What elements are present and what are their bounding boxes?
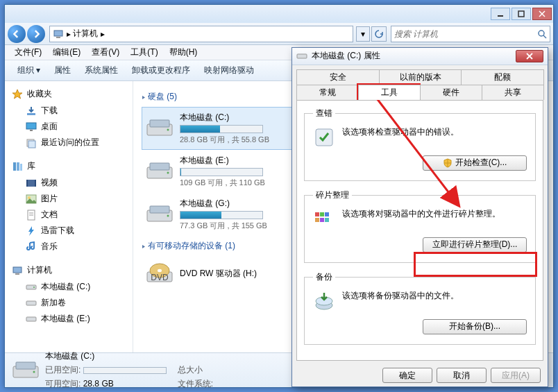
search-input[interactable] [394, 29, 537, 39]
document-icon [26, 210, 37, 221]
nav-back-button[interactable] [8, 25, 26, 43]
sidebar-item-desktop[interactable]: 桌面 [5, 119, 133, 135]
status-title: 本地磁盘 (C:) [45, 350, 213, 362]
svg-point-35 [167, 172, 169, 174]
svg-point-38 [167, 215, 169, 217]
star-icon [12, 89, 23, 100]
start-check-button[interactable]: 开始检查(C)... [423, 155, 527, 171]
section-check: 查错 该选项将检查驱动器中的错误。 开始检查(C)... [304, 108, 536, 181]
drive-free: 28.8 GB 可用 , 共 55.8 GB [180, 135, 269, 145]
backup-icon [313, 290, 335, 312]
menu-tools[interactable]: 工具(T) [125, 45, 163, 60]
sidebar-item-drive-new[interactable]: 新加卷 [5, 295, 133, 311]
picture-icon [26, 194, 37, 205]
computer-icon [53, 28, 64, 40]
drive-icon [146, 160, 174, 182]
drive-free: 77.3 GB 可用 , 共 155 GB [180, 221, 267, 231]
toolbar-organize[interactable]: 组织 ▾ [10, 62, 47, 79]
recent-icon [26, 137, 37, 148]
menu-view[interactable]: 查看(V) [86, 45, 125, 60]
svg-rect-1 [518, 11, 524, 17]
start-backup-button[interactable]: 开始备份(B)... [423, 319, 527, 334]
tab-sharing[interactable]: 共享 [482, 85, 544, 100]
search-box[interactable] [391, 26, 550, 42]
svg-rect-37 [150, 206, 169, 213]
tab-tools[interactable]: 工具 [358, 85, 421, 100]
toolbar-properties[interactable]: 属性 [47, 62, 78, 79]
drive-icon [26, 282, 37, 293]
sidebar-item-drive-c[interactable]: 本地磁盘 (C:) [5, 279, 133, 295]
ok-button[interactable]: 确定 [382, 368, 432, 383]
svg-rect-18 [35, 180, 36, 187]
sidebar-favorites-header[interactable]: 收藏夹 [5, 85, 133, 103]
sidebar-computer-header[interactable]: 计算机 [5, 262, 133, 279]
section-defrag: 碎片整理 该选项将对驱动器中的文件进行碎片整理。 立即进行碎片整理(D)... [304, 189, 536, 263]
breadcrumb-sep2: ▸ [101, 29, 105, 39]
address-bar[interactable]: ▸ 计算机 ▸ [49, 26, 353, 42]
svg-text:DVD: DVD [151, 273, 169, 282]
drive-icon [146, 203, 174, 225]
menu-help[interactable]: 帮助(H) [164, 45, 203, 60]
tab-quota[interactable]: 配额 [461, 69, 544, 85]
svg-rect-50 [315, 212, 319, 216]
minimize-button[interactable] [491, 8, 510, 20]
svg-rect-15 [20, 164, 22, 171]
sidebar-item-downloads[interactable]: 下载 [5, 103, 133, 119]
defrag-now-button[interactable]: 立即进行碎片整理(D)... [423, 237, 527, 253]
section-backup: 备份 该选项将备份驱动器中的文件。 开始备份(B)... [304, 271, 536, 345]
music-icon [26, 241, 37, 253]
svg-rect-29 [26, 317, 36, 321]
xunlei-icon [26, 225, 37, 237]
toolbar-mapdrive[interactable]: 映射网络驱动 [197, 62, 261, 79]
svg-rect-5 [56, 37, 60, 38]
svg-rect-52 [325, 212, 329, 216]
tab-security[interactable]: 安全 [296, 69, 380, 85]
svg-rect-53 [315, 218, 319, 222]
svg-rect-13 [13, 162, 16, 171]
libraries-icon [12, 161, 23, 172]
drive-name: 本地磁盘 (E:) [180, 155, 265, 167]
svg-rect-51 [320, 212, 324, 216]
svg-point-45 [33, 370, 35, 373]
check-icon [313, 126, 335, 148]
sidebar-item-music[interactable]: 音乐 [5, 239, 133, 255]
svg-line-7 [543, 35, 546, 38]
toolbar-sysprops[interactable]: 系统属性 [78, 62, 125, 79]
video-icon [26, 178, 37, 189]
sidebar-item-recent[interactable]: 最近访问的位置 [5, 135, 133, 151]
dialog-close-button[interactable] [516, 50, 543, 62]
cancel-button[interactable]: 取消 [437, 368, 487, 383]
nav-forward-button[interactable] [27, 25, 45, 43]
tab-hardware[interactable]: 硬件 [420, 85, 482, 100]
drive-usage-bar [180, 168, 263, 176]
sidebar-libraries-header[interactable]: 库 [5, 157, 133, 175]
svg-rect-16 [26, 180, 36, 187]
sidebar-item-pictures[interactable]: 图片 [5, 191, 133, 207]
svg-point-6 [539, 31, 544, 36]
breadcrumb-computer[interactable]: 计算机 [73, 28, 98, 40]
sidebar-item-documents[interactable]: 文档 [5, 207, 133, 223]
properties-dialog: 本地磁盘 (C:) 属性 安全 以前的版本 配额 常规 工具 硬件 共享 查错 … [291, 47, 548, 387]
drive-icon [12, 358, 40, 383]
apply-button[interactable]: 应用(A) [491, 368, 541, 383]
menu-file[interactable]: 文件(F) [9, 45, 47, 60]
svg-rect-14 [17, 162, 19, 171]
svg-point-41 [158, 269, 162, 272]
refresh-button[interactable] [371, 26, 387, 42]
svg-rect-17 [26, 180, 28, 187]
svg-point-32 [167, 129, 169, 131]
drive-name: 本地磁盘 (C:) [180, 112, 269, 123]
toolbar-uninstall[interactable]: 卸载或更改程序 [125, 62, 197, 79]
tab-previous[interactable]: 以前的版本 [379, 69, 462, 85]
maximize-button[interactable] [512, 8, 531, 20]
sidebar-item-videos[interactable]: 视频 [5, 175, 133, 191]
dialog-button-row: 确定 取消 应用(A) [292, 365, 548, 386]
address-dropdown[interactable]: ▾ [356, 26, 370, 42]
sidebar: 收藏夹 下载 桌面 最近访问的位置 库 视频 图片 文档 迅雷下载 音乐 [5, 81, 133, 352]
tab-general[interactable]: 常规 [296, 85, 359, 100]
close-button[interactable] [532, 8, 552, 20]
sidebar-item-xunlei[interactable]: 迅雷下载 [5, 223, 133, 239]
menu-edit[interactable]: 编辑(E) [47, 45, 86, 60]
sidebar-item-drive-e[interactable]: 本地磁盘 (E:) [5, 311, 133, 327]
svg-rect-25 [15, 273, 19, 275]
